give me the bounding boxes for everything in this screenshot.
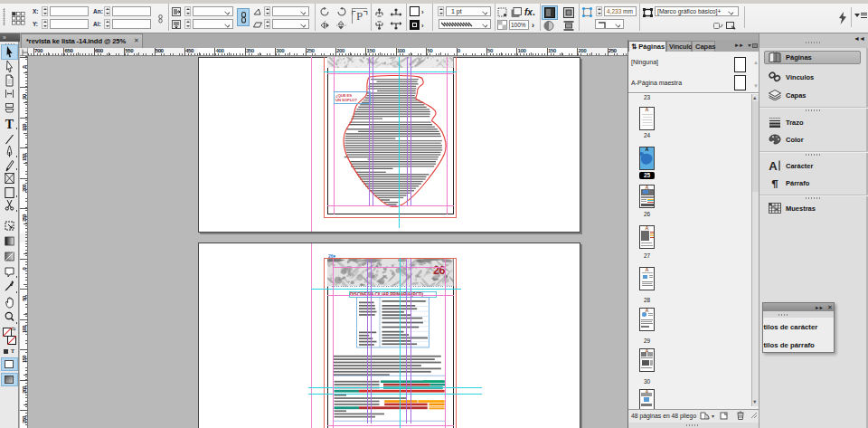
svg-text:T: T [5, 118, 14, 131]
svg-text:A: A [769, 160, 778, 171]
svg-text:¶: ¶ [771, 177, 778, 188]
